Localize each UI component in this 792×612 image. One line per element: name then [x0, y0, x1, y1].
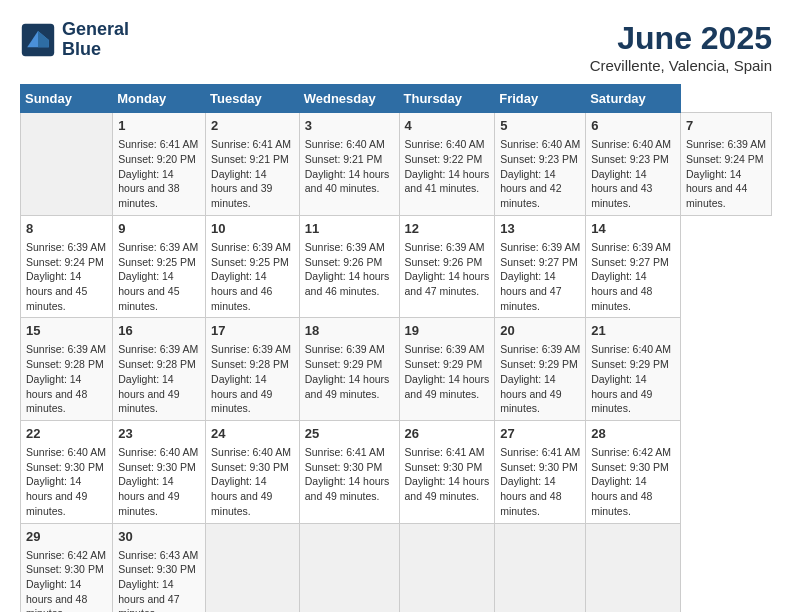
calendar-day-cell: 1 Sunrise: 6:41 AM Sunset: 9:20 PM Dayli… [113, 113, 206, 216]
page-title: June 2025 [590, 20, 772, 57]
calendar-day-cell: 5 Sunrise: 6:40 AM Sunset: 9:23 PM Dayli… [495, 113, 586, 216]
header-day-saturday: Saturday [586, 85, 681, 113]
day-number: 18 [305, 322, 394, 340]
day-number: 25 [305, 425, 394, 443]
calendar-day-cell: 27 Sunrise: 6:41 AM Sunset: 9:30 PM Dayl… [495, 420, 586, 523]
day-number: 6 [591, 117, 675, 135]
calendar-header-row: SundayMondayTuesdayWednesdayThursdayFrid… [21, 85, 772, 113]
calendar-day-cell: 13 Sunrise: 6:39 AM Sunset: 9:27 PM Dayl… [495, 215, 586, 318]
calendar-day-cell: 17 Sunrise: 6:39 AM Sunset: 9:28 PM Dayl… [206, 318, 300, 421]
day-number: 8 [26, 220, 107, 238]
calendar-day-cell: 21 Sunrise: 6:40 AM Sunset: 9:29 PM Dayl… [586, 318, 681, 421]
calendar-day-cell: 23 Sunrise: 6:40 AM Sunset: 9:30 PM Dayl… [113, 420, 206, 523]
day-number: 3 [305, 117, 394, 135]
day-number: 21 [591, 322, 675, 340]
calendar-day-cell: 9 Sunrise: 6:39 AM Sunset: 9:25 PM Dayli… [113, 215, 206, 318]
calendar-table: SundayMondayTuesdayWednesdayThursdayFrid… [20, 84, 772, 612]
calendar-day-cell: 24 Sunrise: 6:40 AM Sunset: 9:30 PM Dayl… [206, 420, 300, 523]
calendar-day-cell: 16 Sunrise: 6:39 AM Sunset: 9:28 PM Dayl… [113, 318, 206, 421]
header-day-sunday: Sunday [21, 85, 113, 113]
calendar-day-cell: 8 Sunrise: 6:39 AM Sunset: 9:24 PM Dayli… [21, 215, 113, 318]
calendar-week-row: 15 Sunrise: 6:39 AM Sunset: 9:28 PM Dayl… [21, 318, 772, 421]
day-number: 1 [118, 117, 200, 135]
day-number: 10 [211, 220, 294, 238]
logo-text: General Blue [62, 20, 129, 60]
calendar-day-cell: 22 Sunrise: 6:40 AM Sunset: 9:30 PM Dayl… [21, 420, 113, 523]
calendar-day-cell: 4 Sunrise: 6:40 AM Sunset: 9:22 PM Dayli… [399, 113, 495, 216]
header-day-tuesday: Tuesday [206, 85, 300, 113]
header-day-friday: Friday [495, 85, 586, 113]
calendar-day-cell: 6 Sunrise: 6:40 AM Sunset: 9:23 PM Dayli… [586, 113, 681, 216]
calendar-day-cell: 3 Sunrise: 6:40 AM Sunset: 9:21 PM Dayli… [299, 113, 399, 216]
calendar-day-cell [206, 523, 300, 612]
calendar-day-cell: 26 Sunrise: 6:41 AM Sunset: 9:30 PM Dayl… [399, 420, 495, 523]
header-day-wednesday: Wednesday [299, 85, 399, 113]
calendar-day-cell [299, 523, 399, 612]
page-subtitle: Crevillente, Valencia, Spain [590, 57, 772, 74]
calendar-day-cell: 18 Sunrise: 6:39 AM Sunset: 9:29 PM Dayl… [299, 318, 399, 421]
logo-line2: Blue [62, 40, 129, 60]
header-day-thursday: Thursday [399, 85, 495, 113]
day-number: 4 [405, 117, 490, 135]
day-number: 17 [211, 322, 294, 340]
calendar-day-cell: 7 Sunrise: 6:39 AM Sunset: 9:24 PM Dayli… [680, 113, 771, 216]
calendar-week-row: 1 Sunrise: 6:41 AM Sunset: 9:20 PM Dayli… [21, 113, 772, 216]
calendar-week-row: 22 Sunrise: 6:40 AM Sunset: 9:30 PM Dayl… [21, 420, 772, 523]
day-number: 27 [500, 425, 580, 443]
logo-line1: General [62, 20, 129, 40]
day-number: 15 [26, 322, 107, 340]
day-number: 20 [500, 322, 580, 340]
calendar-day-cell [586, 523, 681, 612]
calendar-day-cell: 20 Sunrise: 6:39 AM Sunset: 9:29 PM Dayl… [495, 318, 586, 421]
day-number: 12 [405, 220, 490, 238]
day-number: 14 [591, 220, 675, 238]
day-number: 19 [405, 322, 490, 340]
calendar-day-cell: 2 Sunrise: 6:41 AM Sunset: 9:21 PM Dayli… [206, 113, 300, 216]
day-number: 24 [211, 425, 294, 443]
day-number: 30 [118, 528, 200, 546]
calendar-day-cell: 25 Sunrise: 6:41 AM Sunset: 9:30 PM Dayl… [299, 420, 399, 523]
calendar-day-cell: 14 Sunrise: 6:39 AM Sunset: 9:27 PM Dayl… [586, 215, 681, 318]
logo: General Blue [20, 20, 129, 60]
calendar-day-cell: 19 Sunrise: 6:39 AM Sunset: 9:29 PM Dayl… [399, 318, 495, 421]
logo-icon [20, 22, 56, 58]
calendar-day-cell [399, 523, 495, 612]
day-number: 2 [211, 117, 294, 135]
calendar-day-cell: 12 Sunrise: 6:39 AM Sunset: 9:26 PM Dayl… [399, 215, 495, 318]
day-number: 5 [500, 117, 580, 135]
calendar-week-row: 29 Sunrise: 6:42 AM Sunset: 9:30 PM Dayl… [21, 523, 772, 612]
day-number: 7 [686, 117, 766, 135]
calendar-day-cell: 30 Sunrise: 6:43 AM Sunset: 9:30 PM Dayl… [113, 523, 206, 612]
calendar-day-cell [495, 523, 586, 612]
page-header: General Blue June 2025 Crevillente, Vale… [20, 20, 772, 74]
day-number: 23 [118, 425, 200, 443]
calendar-week-row: 8 Sunrise: 6:39 AM Sunset: 9:24 PM Dayli… [21, 215, 772, 318]
calendar-day-cell: 28 Sunrise: 6:42 AM Sunset: 9:30 PM Dayl… [586, 420, 681, 523]
calendar-day-cell: 15 Sunrise: 6:39 AM Sunset: 9:28 PM Dayl… [21, 318, 113, 421]
day-number: 26 [405, 425, 490, 443]
title-block: June 2025 Crevillente, Valencia, Spain [590, 20, 772, 74]
empty-cell [21, 113, 113, 216]
day-number: 9 [118, 220, 200, 238]
header-day-monday: Monday [113, 85, 206, 113]
day-number: 16 [118, 322, 200, 340]
day-number: 22 [26, 425, 107, 443]
calendar-day-cell: 29 Sunrise: 6:42 AM Sunset: 9:30 PM Dayl… [21, 523, 113, 612]
day-number: 29 [26, 528, 107, 546]
day-number: 13 [500, 220, 580, 238]
day-number: 28 [591, 425, 675, 443]
calendar-day-cell: 11 Sunrise: 6:39 AM Sunset: 9:26 PM Dayl… [299, 215, 399, 318]
day-number: 11 [305, 220, 394, 238]
calendar-day-cell: 10 Sunrise: 6:39 AM Sunset: 9:25 PM Dayl… [206, 215, 300, 318]
